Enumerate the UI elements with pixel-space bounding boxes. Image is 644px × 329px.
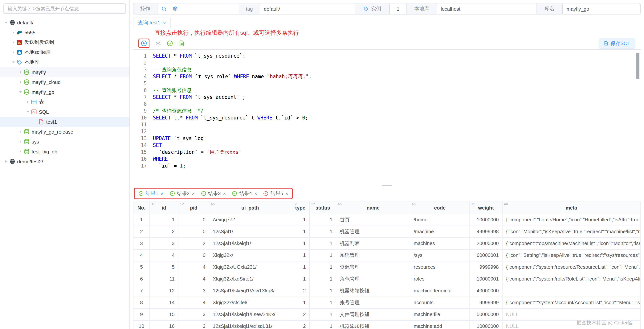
- table-row[interactable]: 915312sSjal1/lskeiql1/Lsew24Kx/21文件管理按钮m…: [134, 309, 640, 320]
- column-header[interactable]: abname: [336, 202, 410, 214]
- code-line[interactable]: `id` = 1;: [153, 163, 640, 169]
- close-icon[interactable]: ×: [160, 191, 164, 196]
- code-line[interactable]: SELECT t.* FROM `t_sys_resource` t WHERE…: [153, 115, 640, 121]
- result-tab[interactable]: 结果1×: [138, 190, 164, 197]
- tree-node[interactable]: mayfly_cloud: [0, 77, 129, 87]
- close-icon[interactable]: ×: [254, 191, 257, 196]
- caret-right-icon[interactable]: [3, 158, 9, 165]
- format-sql-button[interactable]: [178, 40, 185, 47]
- code-line[interactable]: [153, 80, 640, 87]
- code-line[interactable]: SELECT * FROM `t_sys_resource`;: [153, 53, 640, 60]
- table-row[interactable]: 8144Xlqig32x/sfslfel/11账号管理accounts99999…: [134, 297, 640, 309]
- table-row[interactable]: 712312sSjal1/lskeiql1/Alw1Xkq3/21机器终端按钮m…: [134, 285, 640, 297]
- caret-right-icon[interactable]: [18, 148, 24, 155]
- table-row[interactable]: 1016312sSjal1/lskeiql1/exlsqL31/21机器添加按钮…: [134, 320, 640, 329]
- result-tab[interactable]: 结果5×: [263, 190, 288, 197]
- code-line[interactable]: SELECT * FROM `t_sys_account` ;: [153, 94, 640, 101]
- editor-code[interactable]: SELECT * FROM `t_sys_resource`;-- 查询角色信息…: [153, 53, 640, 184]
- code-line[interactable]: [153, 101, 640, 108]
- save-sql-button[interactable]: 保存SQL: [599, 38, 635, 48]
- code-line[interactable]: SET: [153, 142, 640, 149]
- code-line[interactable]: WHERE: [153, 156, 640, 163]
- tree-node[interactable]: 本地sqlite库: [0, 47, 129, 57]
- gear-icon[interactable]: [172, 6, 178, 12]
- caret-right-icon[interactable]: [18, 79, 24, 85]
- code-line[interactable]: /* 查询资源信息 */: [153, 108, 640, 115]
- caret-right-icon[interactable]: [10, 49, 16, 55]
- tree-node[interactable]: mayfly: [0, 67, 129, 77]
- code-line[interactable]: SELECT * FROM `t_sys_role` WHERE name="h…: [153, 73, 640, 80]
- tree-node[interactable]: mayfly_go_release: [0, 127, 129, 137]
- column-header[interactable]: 12status: [310, 202, 336, 214]
- commit-button[interactable]: [166, 40, 173, 47]
- tag-select[interactable]: default/: [260, 3, 355, 15]
- column-header[interactable]: abcode: [410, 202, 470, 214]
- table-row[interactable]: 33212sSjal1/lskeiql1/11机器列表machines20000…: [134, 238, 640, 250]
- close-icon[interactable]: ×: [192, 191, 195, 196]
- tree-node[interactable]: sys: [0, 137, 129, 147]
- tree-node[interactable]: demo/test2/: [0, 156, 129, 166]
- query-tab[interactable]: 查询-test1 ×: [133, 18, 171, 28]
- tree-node[interactable]: 5555: [0, 28, 129, 38]
- editor-scrollbar[interactable]: [636, 53, 640, 79]
- panel-resize-handle[interactable]: [382, 185, 392, 186]
- column-header[interactable]: 12id: [150, 202, 178, 214]
- table-cell: 50000000: [470, 309, 502, 320]
- loading-icon[interactable]: [155, 40, 161, 47]
- tree-node[interactable]: test1: [0, 117, 129, 127]
- column-header[interactable]: No.: [134, 202, 150, 214]
- caret-down-icon[interactable]: [10, 59, 16, 65]
- column-header[interactable]: 12pid: [178, 202, 209, 214]
- search-icon[interactable]: [161, 6, 167, 12]
- tree-node[interactable]: 发送到发送到: [0, 38, 129, 47]
- code-line[interactable]: [153, 121, 640, 128]
- column-header[interactable]: abmeta: [502, 202, 640, 214]
- column-header[interactable]: 12weight: [470, 202, 502, 214]
- line-number: 16: [133, 156, 147, 163]
- caret-right-icon[interactable]: [25, 99, 31, 105]
- result-tab[interactable]: 结果4×: [232, 190, 257, 197]
- search-input[interactable]: [4, 4, 126, 14]
- caret-down-icon[interactable]: [3, 20, 9, 26]
- table-row[interactable]: 554Xlqig32x/UGxla231/11资源管理resources9999…: [134, 261, 640, 273]
- tree-node[interactable]: default/: [0, 18, 129, 28]
- code-line[interactable]: [153, 60, 640, 66]
- table-icon: [31, 99, 37, 105]
- close-icon[interactable]: ×: [286, 191, 288, 196]
- column-header[interactable]: abui_path: [209, 202, 291, 214]
- table-row[interactable]: 440Xlqig32x/11系统管理/sys60000001{"icon":"S…: [134, 250, 640, 261]
- caret-right-icon[interactable]: [18, 129, 24, 135]
- caret-right-icon[interactable]: [10, 39, 16, 46]
- caret-down-icon[interactable]: [25, 109, 31, 115]
- result-tab[interactable]: 结果2×: [170, 190, 195, 197]
- table-row[interactable]: 6114Xlqig32x/lxqSiae1/11角色管理roles1000000…: [134, 273, 640, 285]
- tree-node[interactable]: test_big_db: [0, 147, 129, 156]
- code-line[interactable]: [153, 128, 640, 135]
- code-line[interactable]: UPDATE `t_sys_log`: [153, 135, 640, 142]
- table-cell: 2: [134, 226, 150, 237]
- caret-right-icon[interactable]: [18, 69, 24, 75]
- code-line[interactable]: -- 查询角色信息: [153, 66, 640, 73]
- table-cell: 0: [178, 214, 209, 226]
- sql-editor[interactable]: 1234567891011121314151617 SELECT * FROM …: [133, 50, 640, 184]
- caret-right-icon[interactable]: [18, 139, 24, 145]
- instance-count[interactable]: 1: [389, 3, 407, 15]
- table-row[interactable]: 110Aexqq77l/11首页/home10000000{"component…: [134, 214, 640, 226]
- caret-down-icon[interactable]: [18, 89, 24, 95]
- tree-node[interactable]: 本地库: [0, 57, 129, 67]
- code-line[interactable]: -- 查询账号信息: [153, 87, 640, 94]
- tree-node[interactable]: 表: [0, 97, 129, 107]
- result-tab[interactable]: 结果3×: [201, 190, 226, 197]
- caret-right-icon[interactable]: [10, 29, 16, 36]
- code-line[interactable]: `description` = '用户登录xxs': [153, 149, 640, 156]
- close-icon[interactable]: ×: [163, 21, 166, 25]
- instance-host-select[interactable]: localhost: [436, 3, 536, 15]
- db-select[interactable]: mayfly_go: [562, 3, 640, 15]
- column-header[interactable]: 12type: [291, 202, 310, 214]
- results-panel: 结果1×结果2×结果3×结果4×结果5× No.12id12pidabui_pa…: [133, 187, 640, 329]
- execute-button[interactable]: [141, 40, 147, 47]
- tree-node[interactable]: mayfly_go: [0, 87, 129, 97]
- close-icon[interactable]: ×: [223, 191, 226, 196]
- tree-node[interactable]: SQL: [0, 107, 129, 117]
- table-row[interactable]: 22012sSjal1/11机器管理/machine49999998{"icon…: [134, 226, 640, 238]
